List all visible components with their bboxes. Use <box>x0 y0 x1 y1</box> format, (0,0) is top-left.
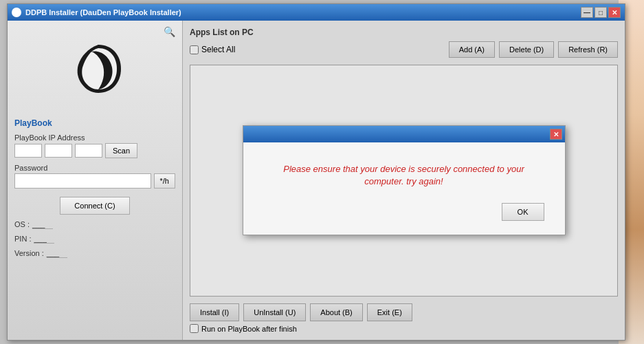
logo-area <box>14 28 175 110</box>
dialog-footer: OK <box>264 203 544 221</box>
window-title: DDPB Installer (DauDen PlayBook Installe… <box>25 8 181 17</box>
title-bar: DDPB Installer (DauDen PlayBook Installe… <box>8 4 625 21</box>
version-label: Version : <box>14 249 44 258</box>
password-row: */h <box>14 173 175 189</box>
toggle-password-button[interactable]: */h <box>154 173 175 189</box>
left-panel: 🔍 PlayBook PlayBook IP Address Scan Pass… <box>8 21 183 340</box>
window-body: 🔍 PlayBook PlayBook IP Address Scan Pass… <box>8 21 625 340</box>
os-info-row: OS : ___ <box>14 220 175 229</box>
password-field: Password */h <box>14 164 175 189</box>
ip-octet-2[interactable] <box>45 144 72 158</box>
scan-button[interactable]: Scan <box>105 143 137 158</box>
ip-address-label: PlayBook IP Address <box>14 133 175 142</box>
ok-button[interactable]: OK <box>502 203 544 221</box>
dialog-title-bar: ✕ <box>243 126 565 142</box>
title-bar-left: DDPB Installer (DauDen PlayBook Installe… <box>12 8 181 17</box>
os-value: ___ <box>32 220 53 229</box>
dialog-content: Please ensure that your device is secure… <box>243 142 565 235</box>
os-label: OS : <box>14 220 30 229</box>
pin-label: PIN : <box>14 235 31 244</box>
maximize-button[interactable]: □ <box>595 7 607 18</box>
ip-octet-3[interactable] <box>75 144 102 158</box>
minimize-button[interactable]: — <box>581 7 593 18</box>
search-icon[interactable]: 🔍 <box>164 26 175 37</box>
dialog-overlay: ✕ Please ensure that your device is secu… <box>183 21 625 340</box>
playbook-section-title: PlayBook <box>14 118 175 128</box>
right-panel: Apps List on PC Select All Add (A) Delet… <box>183 21 625 340</box>
ip-row: Scan <box>14 143 175 158</box>
version-info-row: Version : ___ <box>14 249 175 258</box>
dialog-message: Please ensure that your device is secure… <box>264 163 544 188</box>
dialog-close-button[interactable]: ✕ <box>550 129 562 140</box>
pin-value: ___ <box>34 235 54 244</box>
pin-info-row: PIN : ___ <box>14 235 175 244</box>
ip-octet-1[interactable] <box>14 144 42 158</box>
dialog-box: ✕ Please ensure that your device is secu… <box>243 125 566 235</box>
title-bar-buttons: — □ ✕ <box>581 7 621 18</box>
password-label: Password <box>14 164 175 172</box>
version-value: ___ <box>47 249 67 258</box>
close-button[interactable]: ✕ <box>608 7 621 18</box>
app-icon <box>12 8 21 17</box>
main-window: DDPB Installer (DauDen PlayBook Installe… <box>7 3 625 341</box>
connect-button[interactable]: Connect (C) <box>60 197 129 215</box>
password-input[interactable] <box>14 173 151 189</box>
ip-address-field: PlayBook IP Address Scan <box>14 133 175 158</box>
playbook-logo <box>60 34 129 103</box>
